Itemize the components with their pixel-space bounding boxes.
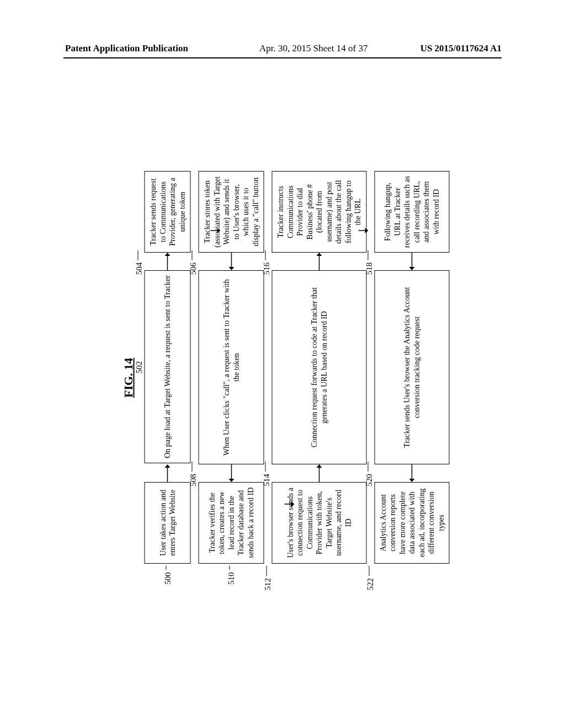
svg-marker-15 — [409, 267, 414, 270]
arrow-506-508 — [199, 253, 264, 270]
arrow-516-518 — [359, 225, 369, 236]
header-left-text: Patent Application Publication — [65, 43, 188, 54]
down-arrow-row2 — [285, 171, 292, 585]
box-506: Tracker stores token (associated with Ta… — [199, 171, 264, 253]
box-518: Following hangup, URL at Tracker receive… — [374, 171, 450, 253]
box-508: When User clicks "call", a request is se… — [199, 270, 264, 464]
box-504: Tracker sends request to Communications … — [145, 171, 191, 253]
svg-marker-7 — [228, 267, 234, 270]
label-514: 514 — [262, 462, 271, 486]
arrow-500-502 — [145, 464, 191, 482]
label-508: 508 — [189, 462, 198, 486]
svg-marker-1 — [165, 464, 170, 468]
svg-marker-13 — [409, 479, 414, 482]
box-500: User takes action and enters Target Webs… — [145, 482, 191, 564]
label-506: 506 — [189, 250, 198, 275]
label-502: 502 — [135, 361, 144, 374]
arrow-510-512 — [285, 499, 295, 510]
page: Patent Application Publication Apr. 30, … — [0, 0, 565, 728]
svg-marker-19 — [291, 501, 295, 507]
arrow-520-522 — [374, 464, 450, 482]
header-mid-text: Apr. 30, 2015 Sheet 14 of 37 — [259, 43, 367, 54]
down-arrow-row1 — [211, 171, 218, 585]
label-504: 504 — [135, 250, 144, 275]
down-arrow-row3 — [359, 171, 366, 585]
arrow-504-506 — [211, 225, 221, 236]
svg-marker-9 — [316, 464, 322, 468]
arrow-502-504 — [145, 253, 191, 270]
svg-marker-11 — [316, 253, 322, 256]
figure-title: FIG. 14 — [121, 171, 136, 585]
header-rule — [63, 57, 502, 58]
label-522: 522 — [374, 564, 450, 585]
label-500: 500 — [145, 564, 191, 585]
rotated-figure-stage: FIG. 14 500 User takes action and enters… — [127, 171, 439, 585]
svg-marker-21 — [365, 228, 369, 233]
box-522: Analytics Account conversion reports hav… — [374, 482, 450, 564]
svg-marker-3 — [165, 253, 170, 256]
arrow-518-520 — [374, 253, 450, 270]
label-516: 516 — [262, 250, 271, 275]
svg-marker-17 — [217, 228, 221, 233]
box-510: Tracker verifies the token, creates a ne… — [199, 482, 264, 564]
svg-marker-5 — [228, 479, 234, 482]
header-right-text: US 2015/0117624 A1 — [420, 43, 502, 54]
arrow-508-510 — [199, 464, 264, 482]
label-510: 510 — [199, 564, 264, 585]
box-502: On page load at Target Website, a reques… — [145, 270, 191, 463]
box-520: Tracker sends User's browser the Analyti… — [374, 270, 450, 464]
